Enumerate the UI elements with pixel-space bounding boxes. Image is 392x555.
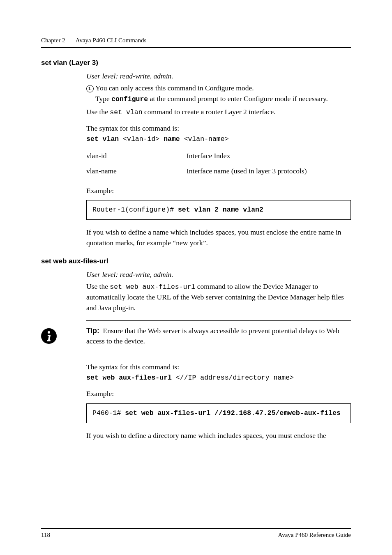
page-footer: 118 Avaya P460 Reference Guide <box>41 528 351 539</box>
chapter-label: Chapter 2 <box>41 37 65 44</box>
example-label: Example: <box>86 186 351 196</box>
user-level: User level: read-write, admin. <box>86 71 351 81</box>
code-example: P460-1# set web aux-files-url //192.168.… <box>86 403 351 423</box>
example-label: Example: <box>86 389 351 399</box>
chapter-title: Avaya P460 CLI Commands <box>76 37 147 44</box>
section-heading-set-web: set web aux-files-url <box>41 257 351 265</box>
user-level: User level: read-write, admin. <box>86 269 351 280</box>
header-rule <box>41 47 351 48</box>
use-sentence: Use the set vlan command to create a rou… <box>86 107 351 117</box>
syntax-line: set vlan <vlan-id> name <vlan-name> <box>86 134 351 144</box>
tip-text: Tip: Ensure that the Web server is alway… <box>86 326 351 347</box>
book-title: Avaya P460 Reference Guide <box>278 532 351 539</box>
page-number: 118 <box>41 532 50 539</box>
syntax-label: The syntax for this command is: <box>86 362 351 372</box>
tip-icon <box>41 328 57 344</box>
trailer-note: If you wish to define a directory name w… <box>86 431 351 441</box>
tip-rule-top <box>86 320 351 321</box>
table-row: vlan-id Interface Index <box>86 148 317 164</box>
parameter-table: vlan-id Interface Index vlan-name Interf… <box>86 148 317 179</box>
info-icon: L <box>86 83 95 104</box>
running-head: Chapter 2 Avaya P460 CLI Commands <box>41 37 351 44</box>
trailer-note: If you wish to define a name which inclu… <box>86 227 351 248</box>
syntax-label: The syntax for this command is: <box>86 123 351 134</box>
code-example: Router-1(configure)# set vlan 2 name vla… <box>86 200 351 220</box>
use-sentence: Use the set web aux-files-url command to… <box>86 281 351 313</box>
section-heading-set-vlan: set vlan (Layer 3) <box>41 59 351 67</box>
syntax-line: set web aux-files-url <//IP address/dire… <box>86 372 351 383</box>
table-row: vlan-name Interface name (used in layer … <box>86 164 317 179</box>
configure-note: You can only access this command in Conf… <box>95 83 328 104</box>
tip-rule-bottom <box>86 351 351 351</box>
